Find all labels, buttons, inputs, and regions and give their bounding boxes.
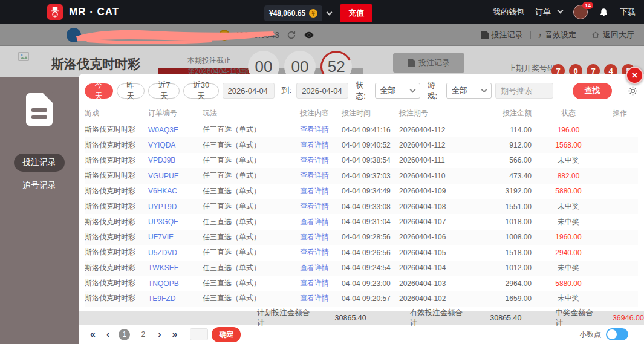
- find-button[interactable]: 查找: [573, 83, 612, 99]
- next-page-icon[interactable]: ›: [158, 329, 161, 340]
- bell-icon[interactable]: [599, 7, 609, 18]
- filter-7days[interactable]: 近7天: [148, 83, 180, 99]
- period-search-input[interactable]: [495, 83, 553, 99]
- cell-time: 04-04 09:28:56: [342, 233, 399, 241]
- view-detail-link[interactable]: 查看详情: [287, 125, 342, 135]
- filter-30days[interactable]: 近30天: [183, 83, 218, 99]
- prev-page-icon[interactable]: ‹: [106, 329, 109, 340]
- refresh-icon[interactable]: [287, 30, 296, 40]
- valid-total-value: 30865.40: [490, 314, 521, 322]
- order-id-link[interactable]: TWKSEE: [148, 264, 203, 272]
- divider: [584, 31, 584, 39]
- cell-amount: 3192.00: [466, 187, 535, 195]
- pagination-bar: « ‹ 1 2 › » 确定 小数点: [79, 325, 644, 344]
- view-detail-link[interactable]: 查看详情: [287, 186, 342, 196]
- sidebar-tab-chase-records[interactable]: 追号记录: [14, 177, 65, 195]
- sound-settings-link[interactable]: ♪ 音效设定: [538, 30, 577, 41]
- order-id-link[interactable]: VYIQDA: [148, 141, 203, 149]
- order-id-link[interactable]: TNQOPB: [148, 279, 203, 288]
- date-from-input[interactable]: [223, 83, 275, 99]
- cell-play: 任三直选（单式）: [203, 217, 287, 227]
- filter-today[interactable]: 今天: [85, 83, 113, 99]
- view-detail-link[interactable]: 查看详情: [287, 263, 342, 273]
- last-page-icon[interactable]: »: [172, 329, 178, 340]
- view-detail-link[interactable]: 查看详情: [287, 247, 342, 258]
- order-id-link[interactable]: V6HKAC: [148, 187, 203, 195]
- table-header-row: 游戏订单编号玩法投注内容投注时间投注期号投注金额状态操作: [85, 105, 638, 122]
- my-wallet-link[interactable]: 我的钱包: [493, 7, 524, 18]
- view-detail-link[interactable]: 查看详情: [287, 278, 342, 288]
- order-id-link[interactable]: UYPT9D: [148, 203, 203, 211]
- cell-period: 20260404-112: [399, 141, 466, 149]
- eye-icon[interactable]: [304, 30, 314, 41]
- table-row: 斯洛伐克时时彩TNQOPB任三直选（单式）查看详情04-04 09:23:002…: [85, 276, 638, 291]
- cell-period: 20260404-111: [399, 156, 466, 164]
- cell-time: 04-04 09:40:52: [342, 141, 399, 149]
- close-icon[interactable]: ×: [626, 67, 643, 84]
- first-page-icon[interactable]: «: [90, 329, 96, 340]
- bet-records-modal: × 今天 昨天 近7天 近30天 到: 状态: 全部 游戏: 全部 查找: [79, 74, 644, 344]
- top-header: MR · CAT ¥48,060.65 ¥ 充值 我的钱包 订单 14: [0, 0, 644, 24]
- order-id-link[interactable]: UF7VIE: [148, 233, 203, 241]
- filter-yesterday[interactable]: 昨天: [117, 83, 145, 99]
- chevron-down-icon[interactable]: [327, 10, 333, 16]
- page-jump-input[interactable]: [190, 328, 208, 340]
- orders-menu[interactable]: 订单: [535, 7, 562, 18]
- view-detail-link[interactable]: 查看详情: [287, 170, 342, 181]
- cell-time: 04-04 09:23:00: [342, 279, 399, 288]
- order-id-link[interactable]: U5ZDVD: [148, 248, 203, 257]
- table-row: 斯洛伐克时时彩TE9FZD任三直选（单式）查看详情04-04 09:20:572…: [85, 291, 638, 306]
- toggle-knob: [607, 329, 617, 339]
- column-header: 投注时间: [342, 108, 399, 118]
- order-id-link[interactable]: W0AQ3E: [148, 126, 203, 134]
- lottery-title: 斯洛伐克时时彩: [51, 56, 140, 73]
- view-detail-link[interactable]: 查看详情: [287, 140, 342, 151]
- back-to-lobby-label: 返回大厅: [603, 30, 634, 41]
- recharge-button[interactable]: 充值: [340, 4, 372, 22]
- status-selected-value: 全部: [380, 85, 396, 96]
- column-header: 玩法: [203, 108, 287, 118]
- back-to-lobby-link[interactable]: 返回大厅: [591, 30, 634, 41]
- cell-period: 20260404-108: [399, 203, 466, 211]
- cell-play: 任三直选（单式）: [203, 186, 287, 196]
- cat-hat-icon: [49, 6, 61, 18]
- order-id-link[interactable]: VPDJ9B: [148, 156, 203, 164]
- view-detail-link[interactable]: 查看详情: [287, 201, 342, 212]
- order-id-link[interactable]: TE9FZD: [148, 294, 203, 303]
- avatar[interactable]: 14: [573, 5, 588, 19]
- page-number-2[interactable]: 2: [137, 329, 149, 340]
- view-detail-link[interactable]: 查看详情: [287, 217, 342, 227]
- order-id-link[interactable]: UP3GQE: [148, 218, 203, 226]
- filter-bar: 今天 昨天 近7天 近30天 到: 状态: 全部 游戏: 全部 查找: [79, 74, 644, 105]
- status-value: 5880.00: [535, 279, 602, 288]
- cell-amount: 912.00: [466, 141, 535, 149]
- sidebar-tab-bet-records[interactable]: 投注记录: [14, 154, 65, 172]
- download-link[interactable]: 下载: [620, 7, 636, 18]
- table-row: 斯洛伐克时时彩W0AQ3E任三直选（单式）查看详情04-04 09:41:162…: [85, 122, 638, 137]
- status-value: 882.00: [535, 172, 602, 180]
- column-header: 订单编号: [148, 108, 203, 118]
- confirm-page-button[interactable]: 确定: [212, 327, 241, 342]
- planned-total-value: 30865.40: [335, 314, 366, 322]
- bet-records-link[interactable]: 投注记录: [481, 30, 523, 41]
- download-label: 下载: [620, 7, 636, 18]
- cell-game: 斯洛伐克时时彩: [85, 201, 148, 212]
- bet-record-button[interactable]: 投注记录: [393, 53, 464, 73]
- decimal-toggle-label: 小数点: [579, 329, 601, 340]
- view-detail-link[interactable]: 查看详情: [287, 293, 342, 303]
- view-detail-link[interactable]: 查看详情: [287, 232, 342, 242]
- cell-play: 任三直选（单式）: [203, 201, 287, 212]
- game-select[interactable]: 全部: [446, 83, 492, 99]
- date-to-input[interactable]: [296, 83, 348, 99]
- decimal-toggle[interactable]: [606, 328, 628, 340]
- status-select[interactable]: 全部: [375, 83, 420, 99]
- page-number-1[interactable]: 1: [119, 329, 130, 340]
- order-id-link[interactable]: VGUPUE: [148, 172, 203, 180]
- view-detail-link[interactable]: 查看详情: [287, 155, 342, 166]
- gear-icon[interactable]: [628, 86, 638, 96]
- brand-logo-icon[interactable]: [47, 4, 63, 20]
- cell-game: 斯洛伐克时时彩: [85, 232, 148, 242]
- balance-display[interactable]: ¥48,060.65 ¥: [264, 5, 322, 21]
- sound-settings-label: 音效设定: [545, 30, 576, 41]
- status-value: 未中奖: [535, 263, 602, 273]
